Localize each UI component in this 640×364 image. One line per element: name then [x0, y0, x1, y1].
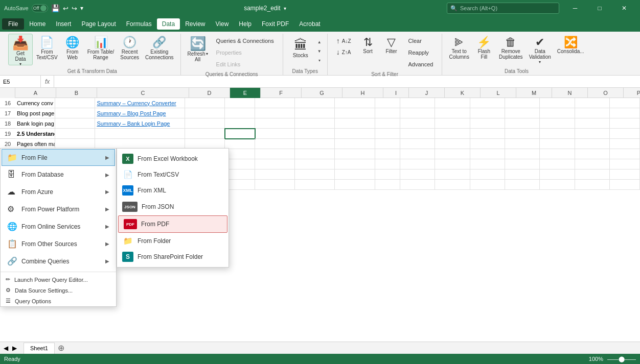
recent-sources-button[interactable]: 🕐 Recent Sources	[118, 34, 142, 65]
cell-o17[interactable]	[575, 108, 610, 118]
consolidate-button[interactable]: 🔀 Consolida...	[555, 34, 587, 65]
launch-power-query-menu-item[interactable]: ✏ Launch Power Query Editor...	[1, 274, 116, 285]
remove-duplicates-button[interactable]: 🗑 Remove Duplicates	[496, 34, 525, 65]
col-header-o[interactable]: O	[588, 88, 624, 98]
cell-h19[interactable]	[335, 129, 375, 139]
cell-d20[interactable]	[185, 139, 225, 149]
cell-l17[interactable]	[470, 108, 505, 118]
menu-item-help[interactable]: Help	[234, 18, 257, 30]
text-to-columns-button[interactable]: ⫸ Text to Columns	[446, 34, 471, 65]
cell-h21[interactable]	[335, 149, 375, 159]
cell-n24[interactable]	[540, 180, 575, 190]
cell-a16[interactable]: Currency conv	[15, 98, 55, 108]
cell-h18[interactable]	[335, 118, 375, 129]
cell-i17[interactable]	[375, 108, 400, 118]
cell-m22[interactable]	[505, 159, 540, 169]
cell-p20[interactable]	[610, 139, 640, 149]
cell-i21[interactable]	[375, 149, 400, 159]
cell-f22[interactable]	[255, 159, 295, 169]
dropdown-icon[interactable]: ▾	[284, 6, 286, 11]
menu-item-data[interactable]: Data	[157, 18, 180, 30]
col-header-a[interactable]: A	[15, 88, 56, 98]
cell-o22[interactable]	[575, 159, 610, 169]
scroll-up-arrow[interactable]: ▲	[316, 38, 323, 45]
cell-f19[interactable]	[255, 129, 295, 139]
cell-k23[interactable]	[435, 169, 470, 180]
sort-za-button[interactable]: ↓ Z↑A	[333, 47, 355, 57]
from-xml-item[interactable]: XML From XML	[117, 182, 228, 199]
cell-g18[interactable]	[295, 118, 335, 129]
maximize-button[interactable]: □	[588, 0, 611, 16]
menu-item-review[interactable]: Review	[180, 18, 210, 30]
cell-d17[interactable]	[185, 108, 225, 118]
cell-m16[interactable]	[505, 98, 540, 108]
cell-m19[interactable]	[505, 129, 540, 139]
query-options-menu-item[interactable]: ☰ Query Options	[1, 296, 116, 306]
cell-o18[interactable]	[575, 118, 610, 129]
cell-e24[interactable]	[225, 180, 255, 190]
combine-queries-menu-item[interactable]: 🔗 Combine Queries ▶	[2, 253, 115, 270]
cell-d19[interactable]	[185, 129, 225, 139]
properties-button[interactable]: Properties	[213, 47, 278, 58]
cell-j22[interactable]	[400, 159, 435, 169]
cell-b20[interactable]	[55, 139, 95, 149]
cell-reference[interactable]: E5	[0, 76, 41, 87]
queries-connections-button[interactable]: Queries & Connections	[213, 36, 278, 46]
cell-h17[interactable]	[335, 108, 375, 118]
from-excel-workbook-item[interactable]: X From Excel Workbook	[117, 151, 228, 167]
edit-links-button[interactable]: Edit Links	[213, 59, 278, 69]
cell-j21[interactable]	[400, 149, 435, 159]
cell-b19[interactable]	[55, 129, 95, 139]
stocks-button[interactable]: 🏛 Stocks	[287, 35, 314, 67]
cell-l16[interactable]	[470, 98, 505, 108]
data-validation-button[interactable]: ✔ Data Validation ▾	[527, 34, 554, 65]
cell-i20[interactable]	[375, 139, 400, 149]
cell-j23[interactable]	[400, 169, 435, 180]
cell-d16[interactable]	[185, 98, 225, 108]
cell-d18[interactable]	[185, 118, 225, 129]
cell-o24[interactable]	[575, 180, 610, 190]
redo-icon[interactable]: ↪	[72, 5, 77, 12]
from-folder-item[interactable]: 📁 From Folder	[117, 233, 228, 249]
cell-g21[interactable]	[295, 149, 335, 159]
cell-o19[interactable]	[575, 129, 610, 139]
cell-g24[interactable]	[295, 180, 335, 190]
cell-p16[interactable]	[610, 98, 640, 108]
from-json-item[interactable]: JSON From JSON	[117, 199, 228, 215]
col-header-p[interactable]: P	[624, 88, 640, 98]
cell-n23[interactable]	[540, 169, 575, 180]
from-sharepoint-folder-item[interactable]: S From SharePoint Folder	[117, 249, 228, 265]
cell-i18[interactable]	[375, 118, 400, 129]
menu-item-home[interactable]: Home	[24, 18, 51, 30]
cell-e19-active[interactable]	[225, 129, 255, 139]
cell-o16[interactable]	[575, 98, 610, 108]
cell-a18[interactable]: Bank login pag	[15, 118, 55, 129]
from-text-csv-item[interactable]: 📄 From Text/CSV	[117, 167, 228, 182]
cell-l19[interactable]	[470, 129, 505, 139]
col-header-g[interactable]: G	[302, 88, 342, 98]
cell-o23[interactable]	[575, 169, 610, 180]
cell-l18[interactable]	[470, 118, 505, 129]
cell-c19[interactable]	[95, 129, 185, 139]
cell-m23[interactable]	[505, 169, 540, 180]
reapply-button[interactable]: Reapply	[405, 47, 437, 58]
cell-k24[interactable]	[435, 180, 470, 190]
cell-n19[interactable]	[540, 129, 575, 139]
sort-button[interactable]: ⇅ Sort	[357, 34, 379, 65]
menu-item-page-layout[interactable]: Page Layout	[76, 18, 121, 30]
cell-f17[interactable]	[255, 108, 295, 118]
cell-g16[interactable]	[295, 98, 335, 108]
cell-h24[interactable]	[335, 180, 375, 190]
cell-b16[interactable]	[55, 98, 95, 108]
search-box[interactable]: 🔍 Search (Alt+Q)	[447, 3, 559, 14]
cell-l20[interactable]	[470, 139, 505, 149]
cell-j19[interactable]	[400, 129, 435, 139]
from-database-menu-item[interactable]: 🗄 From Database ▶	[2, 166, 115, 183]
col-header-k[interactable]: K	[445, 88, 481, 98]
flash-fill-button[interactable]: ⚡ Flash Fill	[473, 34, 495, 65]
cell-i24[interactable]	[375, 180, 400, 190]
from-other-sources-menu-item[interactable]: 📋 From Other Sources ▶	[2, 235, 115, 252]
col-header-e[interactable]: E	[230, 88, 261, 98]
cell-n20[interactable]	[540, 139, 575, 149]
cell-f24[interactable]	[255, 180, 295, 190]
